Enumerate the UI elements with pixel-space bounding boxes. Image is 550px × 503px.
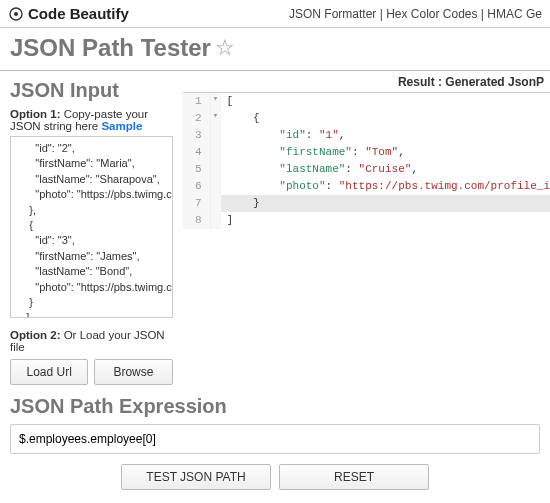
code-line[interactable]: 7 } <box>183 195 550 212</box>
browse-button[interactable]: Browse <box>94 359 172 385</box>
result-code-pane[interactable]: 1▾[2▾ {3 "id": "1",4 "firstName": "Tom",… <box>183 93 550 318</box>
sample-link[interactable]: Sample <box>101 120 142 132</box>
code-line[interactable]: 2▾ { <box>183 110 550 127</box>
code-content: "firstName": "Tom", <box>221 144 550 161</box>
code-content: "id": "1", <box>221 127 550 144</box>
code-line[interactable]: 4 "firstName": "Tom", <box>183 144 550 161</box>
line-number: 5 <box>183 161 211 178</box>
option2-line: Option 2: Or Load your JSON file <box>10 329 173 353</box>
code-line[interactable]: 5 "lastName": "Cruise", <box>183 161 550 178</box>
line-number: 1 <box>183 93 211 110</box>
nav-link-hmac[interactable]: HMAC Ge <box>487 7 542 21</box>
test-json-path-button[interactable]: TEST JSON PATH <box>121 464 271 490</box>
json-input-title: JSON Input <box>10 79 173 102</box>
svg-point-1 <box>14 12 18 16</box>
fold-toggle-icon <box>211 178 221 195</box>
top-nav-links: JSON Formatter | Hex Color Codes | HMAC … <box>289 7 542 21</box>
nav-link-hex-color[interactable]: Hex Color Codes <box>386 7 477 21</box>
fold-toggle-icon <box>211 161 221 178</box>
line-number: 6 <box>183 178 211 195</box>
result-header: Result : Generated JsonP <box>183 71 550 93</box>
path-expression-input[interactable] <box>10 424 540 454</box>
result-panel: Result : Generated JsonP 1▾[2▾ {3 "id": … <box>183 71 550 385</box>
code-content: "photo": "https://pbs.twimg.com/profile_… <box>221 178 550 195</box>
fold-toggle-icon <box>211 144 221 161</box>
path-expression-title: JSON Path Expression <box>10 395 540 418</box>
code-line[interactable]: 8] <box>183 212 550 229</box>
nav-link-json-formatter[interactable]: JSON Formatter <box>289 7 376 21</box>
favorite-star-icon[interactable]: ☆ <box>215 37 235 59</box>
fold-toggle-icon <box>211 212 221 229</box>
line-number: 3 <box>183 127 211 144</box>
path-expression-section: JSON Path Expression TEST JSON PATH RESE… <box>0 395 550 490</box>
json-input-textarea[interactable] <box>10 136 173 318</box>
line-number: 4 <box>183 144 211 161</box>
fold-toggle-icon[interactable]: ▾ <box>211 93 221 110</box>
logo-text: Code Beautify <box>28 5 129 22</box>
page-title-row: JSON Path Tester ☆ <box>0 28 550 71</box>
logo[interactable]: Code Beautify <box>8 5 129 22</box>
action-buttons-row: TEST JSON PATH RESET <box>10 464 540 490</box>
page-title: JSON Path Tester <box>10 34 211 62</box>
json-input-panel: JSON Input Option 1: Copy-paste your JSO… <box>0 71 183 385</box>
main-area: JSON Input Option 1: Copy-paste your JSO… <box>0 71 550 385</box>
code-line[interactable]: 6 "photo": "https://pbs.twimg.com/profil… <box>183 178 550 195</box>
code-content: [ <box>221 93 550 110</box>
topbar: Code Beautify JSON Formatter | Hex Color… <box>0 0 550 28</box>
load-url-button[interactable]: Load Url <box>10 359 88 385</box>
code-content: { <box>221 110 550 127</box>
load-buttons-row: Load Url Browse <box>10 359 173 385</box>
line-number: 8 <box>183 212 211 229</box>
option2-prefix: Option 2: <box>10 329 60 341</box>
fold-toggle-icon <box>211 195 221 212</box>
gear-logo-icon <box>8 6 24 22</box>
fold-toggle-icon[interactable]: ▾ <box>211 110 221 127</box>
code-line[interactable]: 1▾[ <box>183 93 550 110</box>
code-line[interactable]: 3 "id": "1", <box>183 127 550 144</box>
code-content: "lastName": "Cruise", <box>221 161 550 178</box>
option1-prefix: Option 1: <box>10 108 60 120</box>
line-number: 2 <box>183 110 211 127</box>
line-number: 7 <box>183 195 211 212</box>
code-content: } <box>221 195 550 212</box>
reset-button[interactable]: RESET <box>279 464 429 490</box>
option1-line: Option 1: Copy-paste your JSON string he… <box>10 108 173 132</box>
code-content: ] <box>221 212 550 229</box>
fold-toggle-icon <box>211 127 221 144</box>
